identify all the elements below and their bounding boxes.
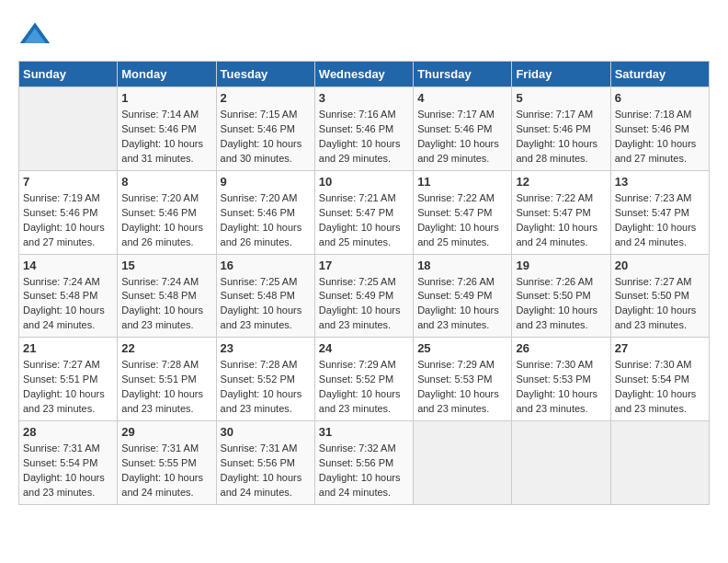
calendar-cell: 9Sunrise: 7:20 AM Sunset: 5:46 PM Daylig…	[216, 170, 314, 254]
day-info: Sunrise: 7:31 AM Sunset: 5:54 PM Dayligh…	[23, 442, 113, 500]
day-info: Sunrise: 7:21 AM Sunset: 5:47 PM Dayligh…	[319, 191, 409, 250]
day-info: Sunrise: 7:32 AM Sunset: 5:56 PM Dayligh…	[319, 442, 409, 500]
header-day-wednesday: Wednesday	[314, 62, 413, 87]
header-row: SundayMondayTuesdayWednesdayThursdayFrid…	[19, 62, 710, 87]
day-info: Sunrise: 7:22 AM Sunset: 5:47 PM Dayligh…	[516, 191, 606, 250]
header-day-monday: Monday	[118, 62, 216, 87]
day-info: Sunrise: 7:30 AM Sunset: 5:54 PM Dayligh…	[615, 358, 705, 417]
day-number: 26	[516, 341, 606, 355]
calendar-cell	[19, 87, 118, 171]
day-number: 6	[615, 91, 705, 105]
logo	[18, 18, 57, 52]
calendar-cell	[414, 421, 512, 505]
day-info: Sunrise: 7:23 AM Sunset: 5:47 PM Dayligh…	[615, 191, 705, 250]
day-number: 29	[121, 425, 211, 439]
calendar-cell: 15Sunrise: 7:24 AM Sunset: 5:48 PM Dayli…	[118, 254, 216, 338]
week-row-4: 21Sunrise: 7:27 AM Sunset: 5:51 PM Dayli…	[19, 338, 710, 421]
day-number: 23	[221, 341, 311, 355]
calendar-cell: 12Sunrise: 7:22 AM Sunset: 5:47 PM Dayli…	[512, 170, 610, 254]
day-number: 14	[23, 259, 113, 272]
day-info: Sunrise: 7:24 AM Sunset: 5:48 PM Dayligh…	[121, 275, 211, 334]
calendar-cell: 20Sunrise: 7:27 AM Sunset: 5:50 PM Dayli…	[610, 254, 709, 338]
day-info: Sunrise: 7:26 AM Sunset: 5:50 PM Dayligh…	[516, 275, 606, 334]
calendar-cell: 29Sunrise: 7:31 AM Sunset: 5:55 PM Dayli…	[118, 421, 216, 505]
week-row-1: 1Sunrise: 7:14 AM Sunset: 5:46 PM Daylig…	[19, 87, 710, 171]
day-number: 13	[615, 175, 705, 189]
day-info: Sunrise: 7:16 AM Sunset: 5:46 PM Dayligh…	[319, 108, 409, 167]
day-number: 15	[121, 259, 211, 272]
page-header	[18, 18, 710, 52]
calendar-table: SundayMondayTuesdayWednesdayThursdayFrid…	[18, 61, 710, 505]
calendar-cell: 31Sunrise: 7:32 AM Sunset: 5:56 PM Dayli…	[314, 421, 413, 505]
calendar-body: 1Sunrise: 7:14 AM Sunset: 5:46 PM Daylig…	[19, 87, 710, 505]
week-row-3: 14Sunrise: 7:24 AM Sunset: 5:48 PM Dayli…	[19, 254, 710, 338]
day-number: 30	[221, 425, 311, 439]
day-info: Sunrise: 7:27 AM Sunset: 5:51 PM Dayligh…	[23, 358, 113, 417]
day-number: 21	[23, 341, 113, 355]
day-info: Sunrise: 7:31 AM Sunset: 5:56 PM Dayligh…	[221, 442, 311, 500]
calendar-cell: 18Sunrise: 7:26 AM Sunset: 5:49 PM Dayli…	[414, 254, 512, 338]
day-number: 19	[516, 259, 606, 272]
calendar-cell	[512, 421, 610, 505]
day-number: 4	[417, 91, 507, 105]
day-number: 25	[417, 341, 507, 355]
day-number: 1	[121, 91, 211, 105]
calendar-cell: 5Sunrise: 7:17 AM Sunset: 5:46 PM Daylig…	[512, 87, 610, 171]
calendar-cell: 16Sunrise: 7:25 AM Sunset: 5:48 PM Dayli…	[216, 254, 314, 338]
header-day-friday: Friday	[512, 62, 610, 87]
header-day-sunday: Sunday	[19, 62, 118, 87]
calendar-cell: 27Sunrise: 7:30 AM Sunset: 5:54 PM Dayli…	[610, 338, 709, 421]
calendar-cell: 17Sunrise: 7:25 AM Sunset: 5:49 PM Dayli…	[314, 254, 413, 338]
week-row-5: 28Sunrise: 7:31 AM Sunset: 5:54 PM Dayli…	[19, 421, 710, 505]
day-info: Sunrise: 7:24 AM Sunset: 5:48 PM Dayligh…	[23, 275, 113, 334]
calendar-cell: 10Sunrise: 7:21 AM Sunset: 5:47 PM Dayli…	[314, 170, 413, 254]
calendar-cell: 13Sunrise: 7:23 AM Sunset: 5:47 PM Dayli…	[610, 170, 709, 254]
calendar-cell: 6Sunrise: 7:18 AM Sunset: 5:46 PM Daylig…	[610, 87, 709, 171]
day-info: Sunrise: 7:17 AM Sunset: 5:46 PM Dayligh…	[417, 108, 507, 167]
calendar-cell: 28Sunrise: 7:31 AM Sunset: 5:54 PM Dayli…	[19, 421, 118, 505]
calendar-cell: 24Sunrise: 7:29 AM Sunset: 5:52 PM Dayli…	[314, 338, 413, 421]
day-info: Sunrise: 7:19 AM Sunset: 5:46 PM Dayligh…	[23, 191, 113, 250]
day-number: 10	[319, 175, 409, 189]
calendar-cell: 22Sunrise: 7:28 AM Sunset: 5:51 PM Dayli…	[118, 338, 216, 421]
day-number: 31	[319, 425, 409, 439]
day-number: 27	[615, 341, 705, 355]
calendar-cell: 19Sunrise: 7:26 AM Sunset: 5:50 PM Dayli…	[512, 254, 610, 338]
calendar-cell: 7Sunrise: 7:19 AM Sunset: 5:46 PM Daylig…	[19, 170, 118, 254]
calendar-cell: 1Sunrise: 7:14 AM Sunset: 5:46 PM Daylig…	[118, 87, 216, 171]
header-day-saturday: Saturday	[610, 62, 709, 87]
day-info: Sunrise: 7:27 AM Sunset: 5:50 PM Dayligh…	[615, 275, 705, 334]
day-number: 22	[121, 341, 211, 355]
day-info: Sunrise: 7:15 AM Sunset: 5:46 PM Dayligh…	[221, 108, 311, 167]
day-number: 28	[23, 425, 113, 439]
day-info: Sunrise: 7:29 AM Sunset: 5:52 PM Dayligh…	[319, 358, 409, 417]
day-number: 5	[516, 91, 606, 105]
calendar-cell: 23Sunrise: 7:28 AM Sunset: 5:52 PM Dayli…	[216, 338, 314, 421]
day-info: Sunrise: 7:28 AM Sunset: 5:52 PM Dayligh…	[221, 358, 311, 417]
day-number: 12	[516, 175, 606, 189]
calendar-cell	[610, 421, 709, 505]
calendar-cell: 11Sunrise: 7:22 AM Sunset: 5:47 PM Dayli…	[414, 170, 512, 254]
calendar-cell: 3Sunrise: 7:16 AM Sunset: 5:46 PM Daylig…	[314, 87, 413, 171]
day-info: Sunrise: 7:30 AM Sunset: 5:53 PM Dayligh…	[516, 358, 606, 417]
calendar-cell: 14Sunrise: 7:24 AM Sunset: 5:48 PM Dayli…	[19, 254, 118, 338]
day-info: Sunrise: 7:17 AM Sunset: 5:46 PM Dayligh…	[516, 108, 606, 167]
header-day-tuesday: Tuesday	[216, 62, 314, 87]
calendar-cell: 2Sunrise: 7:15 AM Sunset: 5:46 PM Daylig…	[216, 87, 314, 171]
day-info: Sunrise: 7:29 AM Sunset: 5:53 PM Dayligh…	[417, 358, 507, 417]
calendar-cell: 26Sunrise: 7:30 AM Sunset: 5:53 PM Dayli…	[512, 338, 610, 421]
calendar-cell: 4Sunrise: 7:17 AM Sunset: 5:46 PM Daylig…	[414, 87, 512, 171]
day-info: Sunrise: 7:31 AM Sunset: 5:55 PM Dayligh…	[121, 442, 211, 500]
day-number: 17	[319, 259, 409, 272]
day-info: Sunrise: 7:28 AM Sunset: 5:51 PM Dayligh…	[121, 358, 211, 417]
day-number: 3	[319, 91, 409, 105]
day-info: Sunrise: 7:20 AM Sunset: 5:46 PM Dayligh…	[121, 191, 211, 250]
day-info: Sunrise: 7:25 AM Sunset: 5:48 PM Dayligh…	[221, 275, 311, 334]
day-number: 16	[221, 259, 311, 272]
calendar-cell: 21Sunrise: 7:27 AM Sunset: 5:51 PM Dayli…	[19, 338, 118, 421]
calendar-cell: 25Sunrise: 7:29 AM Sunset: 5:53 PM Dayli…	[414, 338, 512, 421]
day-number: 9	[221, 175, 311, 189]
day-number: 11	[417, 175, 507, 189]
header-day-thursday: Thursday	[414, 62, 512, 87]
day-info: Sunrise: 7:14 AM Sunset: 5:46 PM Dayligh…	[121, 108, 211, 167]
